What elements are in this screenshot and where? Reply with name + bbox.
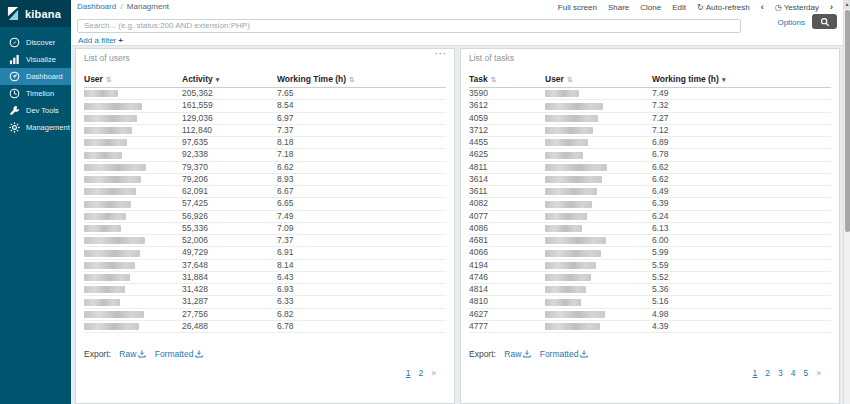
- clone-button[interactable]: Clone: [640, 3, 661, 12]
- kibana-logo[interactable]: kibana: [0, 0, 71, 27]
- filter-bar: Add a filter+: [71, 31, 843, 45]
- table-row: 40826.39: [469, 198, 831, 210]
- time-picker-button[interactable]: ◷Yesterday: [775, 3, 819, 12]
- dashboard-toolbar: Full screen Share Clone Edit ↻Auto-refre…: [558, 2, 833, 12]
- table-row: 161,5598.54: [84, 100, 446, 112]
- auto-refresh-button[interactable]: ↻Auto-refresh: [697, 3, 750, 12]
- page-1-link[interactable]: 1: [753, 368, 758, 378]
- wrench-icon: [9, 105, 20, 116]
- hours-cell: 6.24: [652, 210, 831, 222]
- page-next-link[interactable]: »: [816, 368, 821, 378]
- page-2-link[interactable]: 2: [419, 368, 424, 378]
- column-header-working-time[interactable]: Working time (h)▾: [652, 72, 831, 88]
- breadcrumb-separator: /: [120, 2, 122, 11]
- user-cell: [84, 161, 182, 173]
- task-cell: 4082: [469, 198, 545, 210]
- page-5-link[interactable]: 5: [804, 368, 809, 378]
- table-row: 62,0916.67: [84, 186, 446, 198]
- search-input[interactable]: [77, 19, 741, 33]
- user-cell: [84, 271, 182, 283]
- sidebar-item-dashboard[interactable]: Dashboard: [0, 68, 71, 85]
- hours-cell: 7.18: [277, 149, 446, 161]
- scroll-up-arrow-icon[interactable]: ▲: [844, 0, 850, 9]
- redacted-user: [545, 201, 592, 208]
- hours-cell: 7.49: [652, 88, 831, 100]
- dashboard-grid: List of users ··· User⇅ Activity▾ Workin…: [71, 46, 843, 404]
- hours-cell: 6.62: [652, 161, 831, 173]
- full-screen-button[interactable]: Full screen: [558, 3, 597, 12]
- sidebar-item-management[interactable]: Management: [0, 119, 71, 136]
- add-filter-button[interactable]: Add a filter+: [78, 36, 123, 45]
- table-row: 37,6488.14: [84, 259, 446, 271]
- export-raw-link[interactable]: Raw: [119, 349, 146, 359]
- search-button[interactable]: [812, 14, 837, 29]
- redacted-user: [545, 323, 600, 330]
- column-header-user[interactable]: User⇅: [545, 72, 652, 88]
- column-header-activity[interactable]: Activity▾: [182, 72, 277, 88]
- redacted-user: [84, 115, 137, 122]
- column-header-working-time[interactable]: Working Time (h)⇅: [277, 72, 446, 88]
- vertical-scrollbar[interactable]: ▲: [843, 0, 850, 404]
- panel-title: List of users: [84, 53, 446, 63]
- redacted-user: [545, 225, 582, 232]
- user-cell: [84, 124, 182, 136]
- redacted-user: [545, 262, 596, 269]
- hours-cell: 8.54: [277, 100, 446, 112]
- column-header-task[interactable]: Task⇅: [469, 72, 545, 88]
- table-row: 112,8407.37: [84, 124, 446, 136]
- page-3-link[interactable]: 3: [778, 368, 783, 378]
- task-cell: 4066: [469, 247, 545, 259]
- user-cell: [84, 284, 182, 296]
- table-row: 36116.49: [469, 186, 831, 198]
- hours-cell: 5.36: [652, 284, 831, 296]
- users-table: User⇅ Activity▾ Working Time (h)⇅ 205,36…: [84, 72, 446, 333]
- page-next-link[interactable]: »: [431, 368, 436, 378]
- app-title: kibana: [25, 8, 61, 20]
- export-raw-link[interactable]: Raw: [504, 349, 531, 359]
- user-cell: [545, 173, 652, 185]
- breadcrumb: Dashboard / Managment Full screen Share …: [71, 0, 843, 13]
- redacted-user: [545, 311, 605, 318]
- hours-cell: 6.49: [652, 186, 831, 198]
- redacted-user: [84, 201, 131, 208]
- table-row: 47774.39: [469, 320, 831, 332]
- sidebar-item-dev-tools[interactable]: Dev Tools: [0, 102, 71, 119]
- activity-cell: 97,635: [182, 137, 277, 149]
- task-cell: 4814: [469, 284, 545, 296]
- scrollbar-thumb[interactable]: [845, 10, 850, 232]
- options-button[interactable]: Options: [777, 18, 805, 27]
- export-formatted-link[interactable]: Formatted: [155, 349, 204, 359]
- clock-icon: ◷: [775, 3, 782, 12]
- page-2-link[interactable]: 2: [765, 368, 770, 378]
- sidebar-item-discover[interactable]: Discover: [0, 34, 71, 51]
- hours-cell: 6.39: [652, 198, 831, 210]
- redacted-user: [84, 250, 140, 257]
- redacted-user: [545, 164, 607, 171]
- column-header-user[interactable]: User⇅: [84, 72, 182, 88]
- time-back-button[interactable]: ‹: [761, 2, 764, 12]
- share-button[interactable]: Share: [608, 3, 629, 12]
- breadcrumb-dashboard[interactable]: Dashboard: [77, 2, 116, 11]
- table-row: 49,7296.91: [84, 247, 446, 259]
- panel-title: List of tasks: [469, 53, 831, 63]
- download-icon: [580, 350, 588, 358]
- bar-chart-icon: [9, 54, 20, 65]
- hours-cell: 7.65: [277, 88, 446, 100]
- table-row: 44556.89: [469, 137, 831, 149]
- time-forward-button[interactable]: ›: [830, 2, 833, 12]
- hours-cell: 6.33: [277, 296, 446, 308]
- sidebar-item-timelion[interactable]: Timelion: [0, 85, 71, 102]
- page-1-link[interactable]: 1: [406, 368, 411, 378]
- page-4-link[interactable]: 4: [791, 368, 796, 378]
- edit-button[interactable]: Edit: [672, 3, 686, 12]
- activity-cell: 52,006: [182, 235, 277, 247]
- sidebar-item-visualize[interactable]: Visualize: [0, 51, 71, 68]
- user-cell: [84, 186, 182, 198]
- user-cell: [84, 308, 182, 320]
- redacted-user: [545, 213, 587, 220]
- table-row: 36146.62: [469, 173, 831, 185]
- panel-options-icon[interactable]: ···: [435, 49, 447, 59]
- user-cell: [84, 100, 182, 112]
- table-header-row: Task⇅ User⇅ Working time (h)▾: [469, 72, 831, 88]
- export-formatted-link[interactable]: Formatted: [540, 349, 589, 359]
